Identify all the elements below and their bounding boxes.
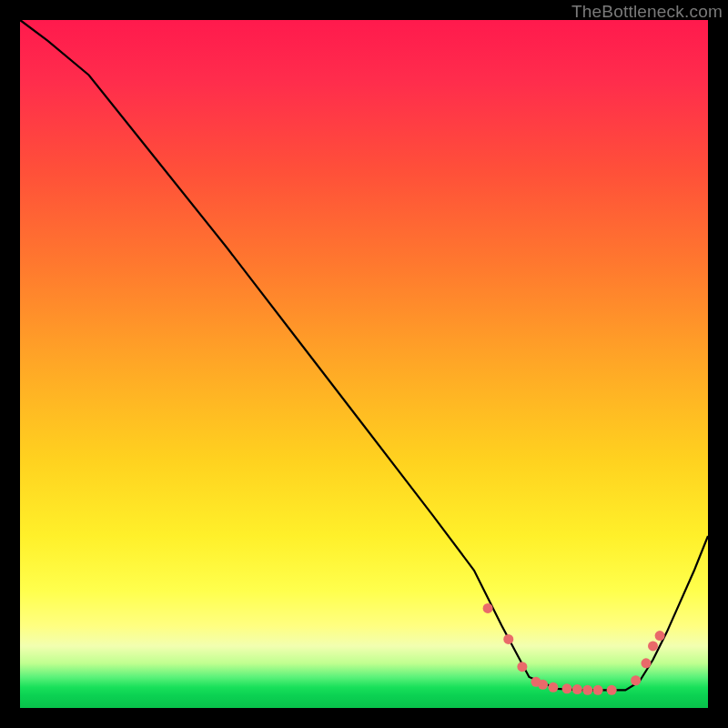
data-point-marker: [648, 641, 658, 651]
data-point-marker: [655, 631, 665, 641]
curve-line: [20, 20, 708, 690]
bottleneck-curve: [20, 20, 708, 708]
data-point-marker: [483, 603, 493, 613]
data-point-marker: [562, 683, 572, 693]
chart-frame: TheBottleneck.com: [0, 0, 728, 728]
data-point-marker: [517, 662, 527, 672]
data-point-marker: [641, 658, 651, 668]
data-point-marker: [572, 684, 582, 694]
data-point-marker: [503, 634, 513, 644]
data-point-marker: [631, 675, 641, 685]
data-point-marker: [538, 680, 548, 690]
data-point-marker: [548, 682, 558, 693]
data-point-marker: [593, 685, 603, 695]
data-point-marker: [607, 685, 617, 695]
watermark-text: TheBottleneck.com: [571, 2, 723, 22]
curve-markers: [483, 603, 665, 695]
data-point-marker: [582, 685, 592, 695]
